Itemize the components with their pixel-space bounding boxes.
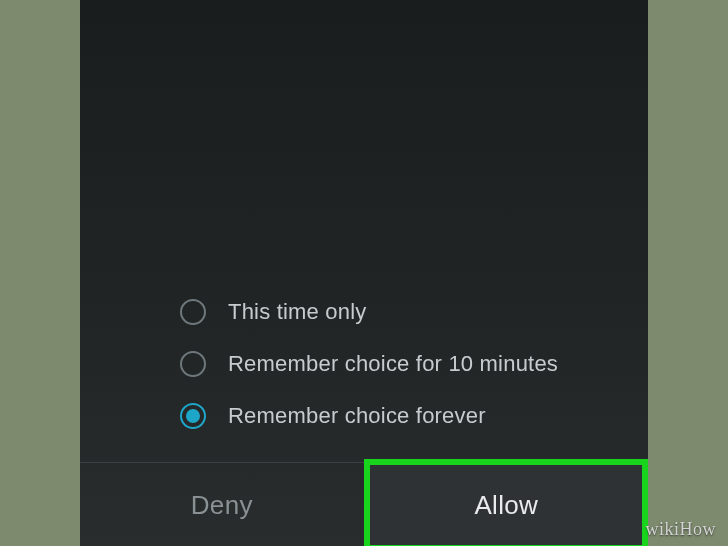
deny-button[interactable]: Deny	[80, 463, 365, 546]
radio-label: Remember choice forever	[228, 403, 486, 429]
watermark: wikiHow	[646, 519, 717, 540]
radio-icon-selected	[180, 403, 206, 429]
radio-label: This time only	[228, 299, 367, 325]
permission-dialog: This time only Remember choice for 10 mi…	[80, 0, 648, 546]
radio-label: Remember choice for 10 minutes	[228, 351, 558, 377]
radio-icon	[180, 299, 206, 325]
radio-icon	[180, 351, 206, 377]
radio-option-ten-minutes[interactable]: Remember choice for 10 minutes	[180, 338, 648, 390]
radio-option-this-time[interactable]: This time only	[180, 286, 648, 338]
allow-button[interactable]: Allow	[365, 463, 649, 546]
radio-option-forever[interactable]: Remember choice forever	[180, 390, 648, 442]
radio-group: This time only Remember choice for 10 mi…	[80, 286, 648, 462]
button-bar: Deny Allow	[80, 463, 648, 546]
